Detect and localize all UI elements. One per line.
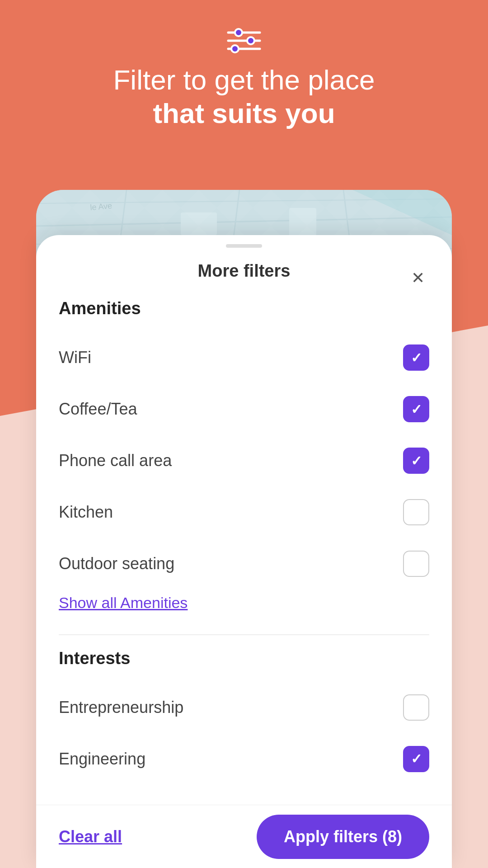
phone-mockup: le Ave More filters ✕ Amenities WiFi Cof… [36,190,452,868]
header: Filter to get the place that suits you [0,27,488,131]
svg-point-1 [235,29,242,36]
amenities-section-title: Amenities [59,299,429,318]
filter-item-phone-call-area: Phone call area [59,435,429,486]
entrepreneurship-checkbox[interactable] [403,694,429,721]
engineering-label: Engineering [59,750,145,769]
filter-item-coffee-tea: Coffee/Tea [59,383,429,435]
phone-call-area-label: Phone call area [59,451,172,470]
header-line1: Filter to get the place [113,64,375,95]
filter-item-kitchen: Kitchen [59,486,429,538]
svg-point-3 [247,37,254,44]
filter-item-entrepreneurship: Entrepreneurship [59,682,429,733]
bottom-bar: Clear all Apply filters (8) [36,805,452,868]
engineering-checkbox[interactable] [403,746,429,772]
kitchen-label: Kitchen [59,503,113,522]
show-all-amenities-link[interactable]: Show all Amenities [59,594,188,612]
apply-filters-button[interactable]: Apply filters (8) [257,815,429,859]
outdoor-seating-label: Outdoor seating [59,554,174,573]
svg-point-5 [231,45,239,52]
header-text: Filter to get the place that suits you [86,63,402,131]
outdoor-seating-checkbox[interactable] [403,551,429,577]
filter-sheet: More filters ✕ Amenities WiFi Coffee/Tea… [36,235,452,868]
interests-section-title: Interests [59,649,429,668]
filter-item-engineering: Engineering [59,733,429,785]
header-line2: that suits you [153,98,335,129]
filter-sliders-icon [226,27,262,54]
close-button[interactable]: ✕ [407,267,429,289]
wifi-checkbox[interactable] [403,344,429,371]
filter-item-wifi: WiFi [59,332,429,383]
drag-handle [226,244,262,248]
svg-rect-13 [181,212,217,235]
section-divider [59,634,429,635]
coffee-tea-checkbox[interactable] [403,396,429,422]
kitchen-checkbox[interactable] [403,499,429,525]
entrepreneurship-label: Entrepreneurship [59,698,183,717]
phone-call-area-checkbox[interactable] [403,448,429,474]
coffee-tea-label: Coffee/Tea [59,400,137,419]
svg-text:le Ave: le Ave [90,201,113,212]
clear-all-button[interactable]: Clear all [59,827,122,846]
sheet-header: More filters ✕ [36,261,452,294]
apply-filters-label: Apply filters (8) [284,827,402,846]
sheet-content: Amenities WiFi Coffee/Tea Phone call are… [36,294,452,864]
sheet-title: More filters [198,261,291,281]
filter-item-outdoor-seating: Outdoor seating [59,538,429,590]
wifi-label: WiFi [59,348,91,367]
